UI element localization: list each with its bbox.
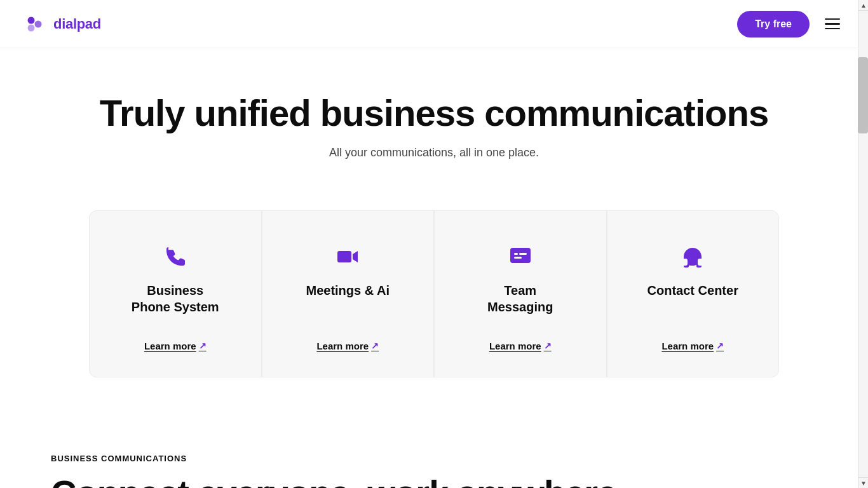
- hero-section: Truly unified business communications Al…: [0, 48, 868, 185]
- headset-icon: [677, 241, 708, 272]
- logo-text: dialpad: [53, 16, 101, 32]
- svg-point-1: [28, 24, 35, 31]
- svg-rect-5: [514, 253, 518, 255]
- card-phone-arrow: ↗: [199, 341, 207, 351]
- video-icon: [332, 241, 363, 272]
- card-contact-center-learn-more[interactable]: Learn more ↗: [661, 341, 724, 351]
- card-messaging[interactable]: TeamMessaging Learn more ↗: [434, 210, 607, 377]
- bottom-section: BUSINESS COMMUNICATIONS Connect everyone…: [0, 416, 868, 488]
- message-icon: [505, 241, 536, 272]
- try-free-button[interactable]: Try free: [737, 11, 810, 37]
- scroll-up-arrow[interactable]: ▲: [858, 0, 868, 11]
- svg-rect-7: [514, 257, 522, 259]
- hamburger-line-1: [825, 18, 840, 20]
- card-messaging-title: TeamMessaging: [487, 282, 553, 315]
- section-label: BUSINESS COMMUNICATIONS: [51, 454, 817, 463]
- logo[interactable]: dialpad: [25, 15, 101, 33]
- hero-subtitle: All your communications, all in one plac…: [25, 146, 843, 159]
- svg-point-2: [35, 20, 42, 27]
- header: dialpad Try free: [0, 0, 868, 48]
- scroll-down-arrow[interactable]: ▼: [858, 477, 868, 488]
- card-contact-center-arrow: ↗: [716, 341, 724, 351]
- card-messaging-learn-more[interactable]: Learn more ↗: [489, 341, 552, 351]
- card-meetings-link-label: Learn more: [316, 341, 369, 351]
- svg-point-0: [28, 17, 35, 24]
- menu-button[interactable]: [822, 16, 843, 32]
- card-contact-center[interactable]: Contact Center Learn more ↗: [607, 210, 780, 377]
- dialpad-logo-icon: [25, 15, 48, 33]
- product-cards-section: BusinessPhone System Learn more ↗ Meetin…: [0, 185, 868, 416]
- card-messaging-arrow: ↗: [544, 341, 552, 351]
- card-contact-center-title: Contact Center: [648, 282, 738, 315]
- svg-rect-6: [519, 253, 527, 255]
- card-meetings-learn-more[interactable]: Learn more ↗: [316, 341, 379, 351]
- card-meetings-arrow: ↗: [371, 341, 379, 351]
- svg-rect-3: [337, 251, 351, 262]
- hero-title: Truly unified business communications: [25, 93, 843, 133]
- hamburger-line-2: [825, 23, 840, 25]
- card-phone-link-label: Learn more: [144, 341, 196, 351]
- card-messaging-link-label: Learn more: [489, 341, 541, 351]
- scrollbar[interactable]: ▲ ▼: [858, 0, 868, 488]
- card-phone-learn-more[interactable]: Learn more ↗: [144, 341, 207, 351]
- header-actions: Try free: [737, 11, 843, 37]
- phone-icon: [160, 241, 191, 272]
- card-meetings-title: Meetings & Ai: [306, 282, 390, 315]
- card-phone[interactable]: BusinessPhone System Learn more ↗: [89, 210, 262, 377]
- card-contact-center-link-label: Learn more: [661, 341, 714, 351]
- hamburger-line-3: [825, 28, 840, 30]
- section-heading: Connect everyone, work anywhere: [51, 473, 817, 488]
- card-phone-title: BusinessPhone System: [132, 282, 219, 315]
- scrollbar-thumb[interactable]: [858, 57, 868, 133]
- card-meetings[interactable]: Meetings & Ai Learn more ↗: [262, 210, 435, 377]
